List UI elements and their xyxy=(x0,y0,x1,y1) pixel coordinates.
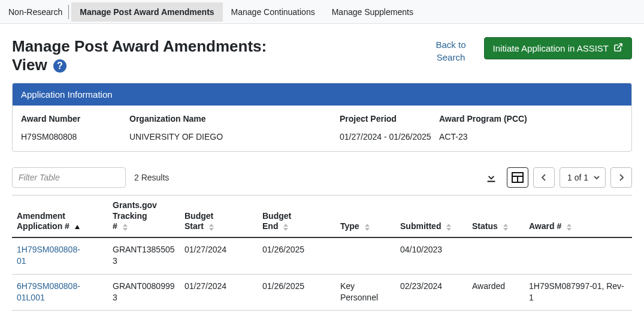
org-name-label: Organization Name xyxy=(129,114,336,124)
svg-marker-10 xyxy=(209,228,214,231)
status-cell: Awarded xyxy=(467,274,524,311)
tracking-cell: GRANT13855053 xyxy=(108,237,180,274)
sort-icon xyxy=(364,224,370,231)
svg-marker-9 xyxy=(209,224,214,227)
title-row: Manage Post Award Amendments: View ? Bac… xyxy=(12,37,632,74)
svg-marker-6 xyxy=(75,225,80,229)
svg-marker-12 xyxy=(283,228,288,231)
award-number-label: Award Number xyxy=(21,114,126,124)
table-toolbar: 2 Results 1 of 1 xyxy=(12,167,632,188)
col-award[interactable]: Award # xyxy=(524,195,632,237)
type-cell: Key Personnel xyxy=(335,274,395,311)
sort-icon xyxy=(283,224,289,231)
status-cell xyxy=(467,237,524,274)
table-row: 6H79SM080808-01L001 GRANT00809993 01/27/… xyxy=(12,274,632,311)
col-amendment-app[interactable]: Amendment Application # xyxy=(12,195,108,237)
page-selector[interactable]: 1 of 1 xyxy=(560,167,606,188)
budget-start-cell: 01/27/2024 xyxy=(180,237,258,274)
tab-continuations[interactable]: Manage Continuations xyxy=(223,2,323,22)
award-program-label: Award Program (PCC) xyxy=(439,114,623,124)
tab-amendments[interactable]: Manage Post Award Amendments xyxy=(71,2,222,22)
svg-marker-8 xyxy=(123,228,128,231)
project-period-label: Project Period xyxy=(340,114,436,124)
filter-table-input[interactable] xyxy=(12,167,126,188)
initiate-application-button[interactable]: Initiate Application in ASSIST xyxy=(484,37,632,59)
col-budget-start[interactable]: Budget Start xyxy=(180,195,258,237)
svg-marker-19 xyxy=(567,224,572,227)
external-link-icon xyxy=(613,43,623,54)
amendment-link[interactable]: 6H79SM080808-01L001 xyxy=(12,274,108,311)
svg-text:?: ? xyxy=(57,61,63,71)
svg-marker-15 xyxy=(446,224,451,227)
parent-crumb: Non-Research xyxy=(8,5,69,19)
application-information-panel: Application Information Award Number Org… xyxy=(12,83,632,152)
award-program-value: ACT-23 xyxy=(439,132,623,142)
panel-header: Application Information xyxy=(13,83,631,106)
top-nav: Non-Research Manage Post Award Amendment… xyxy=(0,0,644,24)
type-cell xyxy=(335,237,395,274)
help-icon[interactable]: ? xyxy=(53,59,67,73)
chevron-down-icon xyxy=(593,173,600,182)
svg-rect-2 xyxy=(488,181,495,182)
project-period-value: 01/27/2024 - 01/26/2025 xyxy=(340,132,436,142)
org-name-value: UNIVERSITY OF DIEGO xyxy=(129,132,336,142)
amendment-link[interactable]: 1H79SM080808-01 xyxy=(12,237,108,274)
sort-icon xyxy=(503,224,509,231)
prev-page-button[interactable] xyxy=(533,167,555,188)
svg-marker-7 xyxy=(123,224,128,227)
svg-marker-18 xyxy=(503,228,508,231)
sort-icon xyxy=(566,224,572,231)
next-page-button[interactable] xyxy=(610,167,632,188)
budget-end-cell: 01/26/2025 xyxy=(258,237,335,274)
table-view-icon[interactable] xyxy=(507,167,528,188)
budget-start-cell: 01/27/2024 xyxy=(180,274,258,311)
submitted-cell: 04/10/2023 xyxy=(395,237,467,274)
budget-end-cell: 01/26/2025 xyxy=(258,274,335,311)
svg-marker-11 xyxy=(283,224,288,227)
svg-marker-20 xyxy=(567,228,572,231)
award-cell: 1H79SM087997-01, Rev-1 xyxy=(524,274,632,311)
tab-supplements[interactable]: Manage Supplements xyxy=(323,2,422,22)
back-to-search-link[interactable]: Back to Search xyxy=(436,37,466,64)
award-number-value: H79SM080808 xyxy=(21,132,126,142)
col-type[interactable]: Type xyxy=(335,195,395,237)
sort-icon xyxy=(208,224,214,231)
col-status[interactable]: Status xyxy=(467,195,524,237)
table-row: 1H79SM080808-01 GRANT13855053 01/27/2024… xyxy=(12,237,632,274)
col-budget-end[interactable]: Budget End xyxy=(258,195,335,237)
page-title: Manage Post Award Amendments: View ? xyxy=(12,37,267,74)
svg-marker-16 xyxy=(446,228,451,231)
tracking-cell: GRANT00809993 xyxy=(108,274,180,311)
award-cell xyxy=(524,237,632,274)
submitted-cell: 02/23/2024 xyxy=(395,274,467,311)
svg-marker-17 xyxy=(503,224,508,227)
col-submitted[interactable]: Submitted xyxy=(395,195,467,237)
download-icon[interactable] xyxy=(480,167,502,188)
results-table: Amendment Application # Grants.gov Track… xyxy=(12,195,632,311)
sort-icon xyxy=(446,224,452,231)
svg-marker-13 xyxy=(365,224,370,227)
svg-marker-14 xyxy=(365,228,370,231)
sort-icon xyxy=(122,224,128,231)
sort-asc-icon xyxy=(74,224,80,230)
col-grants-tracking[interactable]: Grants.gov Tracking # xyxy=(108,195,180,237)
results-count: 2 Results xyxy=(134,173,169,182)
